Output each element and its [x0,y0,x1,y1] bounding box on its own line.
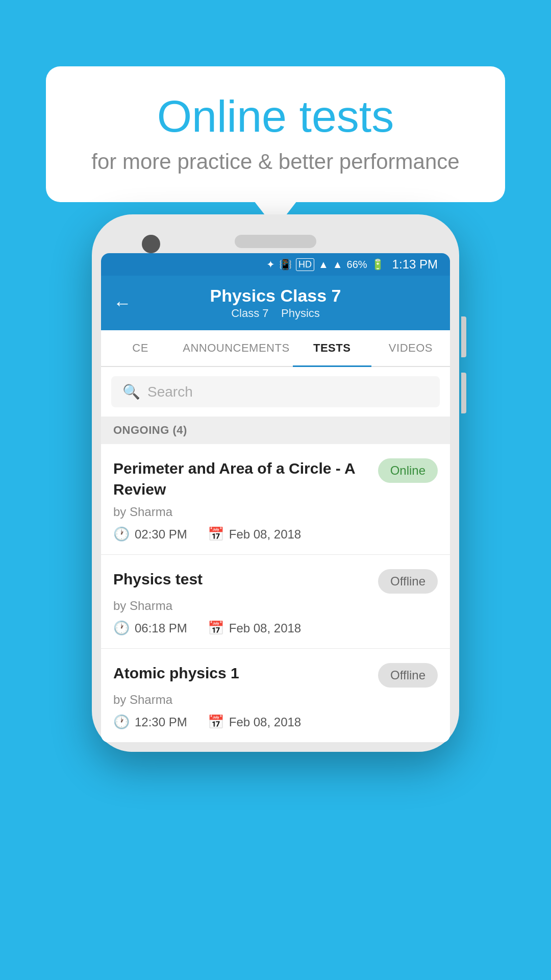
test-title-1: Physics test [113,569,370,590]
test-date-value-0: Feb 08, 2018 [229,527,301,542]
camera [142,235,160,253]
test-item-0[interactable]: Perimeter and Area of a Circle - A Revie… [101,444,450,555]
hd-icon: HD [296,258,314,271]
app-header: ← Physics Class 7 Class 7 Physics [101,276,450,330]
status-badge-1: Offline [378,569,438,594]
clock-icon-2: 🕐 [113,714,130,730]
signal-icon: ▲ [333,259,343,271]
test-time-1: 🕐 06:18 PM [113,620,187,636]
test-by-1: by Sharma [113,599,438,613]
test-meta-1: 🕐 06:18 PM 📅 Feb 08, 2018 [113,620,438,636]
back-button[interactable]: ← [113,292,132,314]
test-date-value-1: Feb 08, 2018 [229,621,301,635]
search-icon: 🔍 [122,383,140,400]
tab-videos[interactable]: VIDEOS [371,330,450,366]
tab-announcements[interactable]: ANNOUNCEMENTS [180,330,292,366]
search-container: 🔍 Search [101,367,450,416]
phone-mockup: ✦ 📳 HD ▲ ▲ 66% 🔋 1:13 PM ← Physics Class… [92,214,459,752]
search-bar[interactable]: 🔍 Search [111,376,440,407]
test-time-0: 🕐 02:30 PM [113,526,187,542]
tabs: CE ANNOUNCEMENTS TESTS VIDEOS [101,330,450,367]
clock-icon-1: 🕐 [113,620,130,636]
status-icons: ✦ 📳 HD ▲ ▲ 66% 🔋 1:13 PM [266,257,438,272]
phone-screen: ✦ 📳 HD ▲ ▲ 66% 🔋 1:13 PM ← Physics Class… [101,253,450,743]
status-time: 1:13 PM [392,257,438,272]
status-badge-0: Online [378,458,438,483]
test-title-0: Perimeter and Area of a Circle - A Revie… [113,458,370,500]
wifi-icon: ▲ [318,259,329,271]
test-item-header-0: Perimeter and Area of a Circle - A Revie… [113,458,438,500]
phone-side-button [461,316,466,357]
test-date-1: 📅 Feb 08, 2018 [208,620,301,636]
header-subtitle: Class 7 Physics [132,307,419,320]
status-bar: ✦ 📳 HD ▲ ▲ 66% 🔋 1:13 PM [101,253,450,276]
section-header-ongoing: ONGOING (4) [101,416,450,444]
test-item-header-2: Atomic physics 1 Offline [113,663,438,688]
phone-side-button2 [461,373,466,413]
calendar-icon-1: 📅 [208,620,224,636]
phone-top [101,224,450,253]
header-class: Class 7 [231,307,268,320]
test-date-0: 📅 Feb 08, 2018 [208,526,301,542]
test-item-2[interactable]: Atomic physics 1 Offline by Sharma 🕐 12:… [101,649,450,743]
speaker [235,235,316,248]
header-title: Physics Class 7 [132,286,419,306]
vibrate-icon: 📳 [279,258,292,271]
calendar-icon-2: 📅 [208,714,224,730]
battery-icon: 🔋 [371,258,384,271]
phone-body: ✦ 📳 HD ▲ ▲ 66% 🔋 1:13 PM ← Physics Class… [92,214,459,752]
bubble-subtitle: for more practice & better performance [77,150,474,174]
tab-tests[interactable]: TESTS [293,330,371,366]
calendar-icon-0: 📅 [208,526,224,542]
test-meta-0: 🕐 02:30 PM 📅 Feb 08, 2018 [113,526,438,542]
battery-percent: 66% [347,259,367,271]
clock-icon-0: 🕐 [113,526,130,542]
test-meta-2: 🕐 12:30 PM 📅 Feb 08, 2018 [113,714,438,730]
tab-ce[interactable]: CE [101,330,180,366]
test-time-2: 🕐 12:30 PM [113,714,187,730]
speech-bubble: Online tests for more practice & better … [46,66,505,202]
test-date-value-2: Feb 08, 2018 [229,715,301,729]
test-date-2: 📅 Feb 08, 2018 [208,714,301,730]
header-subject: Physics [281,307,320,320]
bubble-title: Online tests [77,92,474,141]
test-item-1[interactable]: Physics test Offline by Sharma 🕐 06:18 P… [101,555,450,649]
bluetooth-icon: ✦ [266,258,275,271]
search-placeholder: Search [147,384,193,400]
test-title-2: Atomic physics 1 [113,663,370,684]
test-time-value-2: 12:30 PM [135,715,187,729]
test-time-value-0: 02:30 PM [135,527,187,542]
test-by-0: by Sharma [113,505,438,519]
test-by-2: by Sharma [113,693,438,707]
test-item-header-1: Physics test Offline [113,569,438,594]
test-time-value-1: 06:18 PM [135,621,187,635]
status-badge-2: Offline [378,663,438,688]
